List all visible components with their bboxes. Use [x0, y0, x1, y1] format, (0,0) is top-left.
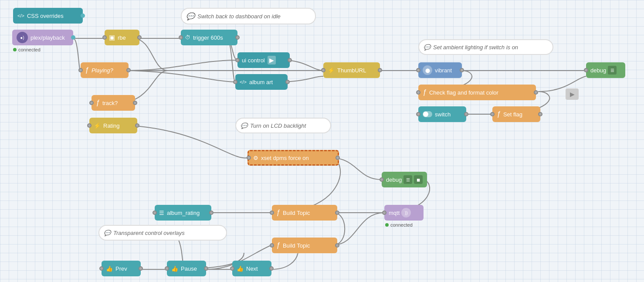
node-label: Transparent control overlays	[113, 230, 185, 236]
input-port[interactable]	[99, 266, 104, 271]
node-label: Check flag and format color	[429, 89, 498, 96]
input-port[interactable]	[153, 211, 157, 215]
node-label: switch	[435, 111, 451, 118]
mqtt-icon: ))	[401, 208, 411, 217]
plex-playback-node[interactable]: ●) plex/playback	[12, 30, 73, 45]
input-port[interactable]	[321, 68, 325, 72]
input-port[interactable]	[102, 35, 107, 40]
trigger-icon: ⏱	[185, 34, 190, 41]
node-label: Build Topic	[283, 210, 310, 216]
output-port[interactable]	[126, 68, 131, 72]
output-port[interactable]	[464, 112, 468, 116]
node-label: Playing?	[92, 67, 113, 74]
output-port[interactable]	[71, 35, 75, 40]
func-icon-1: ƒ	[85, 66, 89, 74]
thumburl-node[interactable]: ⚡ ThumbURL	[323, 62, 380, 78]
next-node[interactable]: 👍 Next	[232, 261, 271, 276]
input-port[interactable]	[416, 90, 420, 95]
pause-node[interactable]: 👍 Pause	[167, 261, 206, 276]
input-port[interactable]	[235, 58, 240, 62]
code-icon: </>	[17, 13, 24, 18]
trigger-node[interactable]: ⏱ trigger 600s	[181, 30, 237, 45]
debug2-menu-btn[interactable]: ☰	[403, 175, 412, 184]
output-port[interactable]	[235, 35, 240, 40]
input-port[interactable]	[165, 266, 169, 271]
debug2-toggle-btn[interactable]: ◼	[414, 175, 423, 184]
switch-icon-2: ⚡	[94, 122, 101, 129]
output-port[interactable]	[269, 266, 274, 271]
output-port[interactable]	[209, 211, 214, 215]
output-port[interactable]	[133, 101, 137, 105]
css-overrides-node[interactable]: </> CSS overrides	[13, 8, 83, 24]
node-label: album art	[249, 79, 273, 85]
album-rating-node[interactable]: ☰ album_rating	[155, 205, 211, 221]
vibrant-icon: ⬤	[423, 65, 432, 75]
output-port[interactable]	[378, 68, 382, 72]
output-port[interactable]	[81, 14, 85, 18]
input-port[interactable]	[233, 80, 237, 84]
set-flag-node[interactable]: ƒ Set flag	[492, 106, 540, 122]
node-label: Switch back to dashboard on idle	[197, 13, 281, 20]
switch-icon-3	[423, 111, 432, 117]
mqtt-node[interactable]: mqtt ))	[384, 205, 424, 221]
output-port[interactable]	[288, 58, 292, 62]
input-port[interactable]	[490, 112, 495, 116]
input-port[interactable]	[270, 243, 274, 248]
album-art-node[interactable]: </> album art	[235, 74, 288, 90]
xset-dpms-node[interactable]: ⚙ xset dpms force on	[247, 150, 339, 166]
node-label: plex/playback	[31, 34, 65, 41]
thumb-icon-2: 👍	[171, 265, 178, 272]
output-port[interactable]	[204, 266, 208, 271]
output-port[interactable]	[285, 80, 290, 84]
output-port[interactable]	[335, 243, 339, 248]
node-label: rbe	[118, 34, 126, 41]
build-topic-node-1[interactable]: ƒ Build Topic	[272, 205, 337, 221]
node-label: CSS overrides	[27, 13, 64, 19]
connected-status-1: connected	[13, 47, 41, 52]
build-topic-node-2[interactable]: ƒ Build Topic	[272, 238, 337, 253]
debug-node-2[interactable]: debug ☰ ◼	[382, 172, 427, 187]
plex-icon: ●)	[17, 32, 28, 43]
ui-control-node[interactable]: ui control ▶	[237, 52, 290, 68]
input-port[interactable]	[179, 35, 183, 40]
input-port[interactable]	[584, 68, 588, 72]
output-port[interactable]	[135, 123, 139, 128]
rating-node[interactable]: ⚡ Rating	[89, 118, 137, 133]
lcd-backlight-comment: 💬 Turn on LCD backlight	[235, 118, 331, 133]
output-port[interactable]	[139, 266, 143, 271]
input-port[interactable]	[230, 266, 234, 271]
connected-dot-2	[385, 223, 389, 227]
track-node[interactable]: ƒ track?	[92, 95, 135, 111]
input-port[interactable]	[380, 177, 384, 182]
playing-node[interactable]: ƒ Playing?	[81, 62, 129, 78]
output-port[interactable]	[336, 156, 340, 160]
input-port[interactable]	[416, 112, 420, 116]
check-flag-node[interactable]: ƒ Check flag and format color	[418, 85, 536, 100]
debug-menu-btn[interactable]: ☰	[608, 66, 617, 75]
output-port[interactable]	[335, 211, 339, 215]
output-port[interactable]	[137, 35, 142, 40]
rbe-node[interactable]: ▣ rbe	[105, 30, 139, 45]
vibrant-node[interactable]: ⬤ vibrant	[418, 62, 462, 78]
prev-node[interactable]: 👍 Prev	[102, 261, 141, 276]
node-label: Set flag	[503, 111, 522, 118]
node-label: Prev	[115, 265, 127, 272]
node-label: vibrant	[435, 67, 452, 74]
output-port[interactable]	[534, 90, 538, 95]
node-label: Next	[246, 265, 258, 272]
output-port[interactable]	[460, 68, 464, 72]
input-port[interactable]	[89, 101, 94, 105]
arrow-icon: ▶	[268, 56, 276, 65]
input-port[interactable]	[78, 68, 83, 72]
output-port[interactable]	[538, 112, 542, 116]
switch-node[interactable]: switch	[418, 106, 466, 122]
debug-node-1[interactable]: debug ☰	[586, 62, 625, 78]
input-port[interactable]	[247, 156, 251, 160]
input-port[interactable]	[382, 211, 386, 215]
input-port[interactable]	[416, 68, 420, 72]
connected-dot	[13, 48, 17, 51]
switch-icon-1: ⚡	[328, 67, 335, 74]
input-port[interactable]	[270, 211, 274, 215]
input-port[interactable]	[87, 123, 92, 128]
rbe-icon: ▣	[109, 34, 115, 41]
